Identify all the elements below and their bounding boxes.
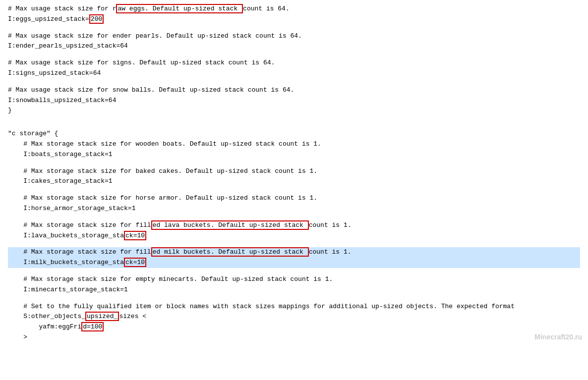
code-line: } xyxy=(8,106,580,116)
code-line: I:signs_upsized_stack=64 xyxy=(8,68,580,79)
code-line xyxy=(8,268,580,274)
code-line: > xyxy=(8,332,580,343)
code-line: I:ender_pearls_upsized_stack=64 xyxy=(8,41,580,52)
code-line: I:horse_armor_storage_stack=1 xyxy=(8,204,580,214)
code-line: # Max usage stack size for signs. Defaul… xyxy=(8,58,580,68)
code-line: yafm:eggFrid=100 xyxy=(8,322,580,332)
code-line xyxy=(8,187,580,193)
code-line: # Max storage stack size for empty minec… xyxy=(8,274,580,285)
code-line: # Max storage stack size for wooden boat… xyxy=(8,139,580,150)
code-line: I:snowballs_upsized_stack=64 xyxy=(8,96,580,106)
code-line: # Max storage stack size for filled lava… xyxy=(8,220,580,231)
code-line xyxy=(8,122,580,129)
code-line: # Max usage stack size for raw eggs. Def… xyxy=(8,4,580,14)
code-line xyxy=(8,116,580,122)
code-line: # Max usage stack size for ender pearls.… xyxy=(8,31,580,42)
code-line xyxy=(8,79,580,85)
code-line: # Max usage stack size for snow balls. D… xyxy=(8,85,580,96)
code-line: S:other_objects_upsized_sizes < xyxy=(8,312,580,322)
code-line: I:lava_buckets_storage_stack=10 xyxy=(8,231,580,241)
code-line: # Max storage stack size for horse armor… xyxy=(8,193,580,204)
code-line: # Set to the fully qualified item or blo… xyxy=(8,302,580,312)
code-line xyxy=(8,214,580,220)
watermark-text: Minecraft20.ru xyxy=(534,331,582,342)
code-line: # Max storage stack size for baked cakes… xyxy=(8,166,580,177)
code-editor: # Max usage stack size for raw eggs. Def… xyxy=(0,0,588,347)
code-line: # Max storage stack size for filled milk… xyxy=(8,247,580,258)
code-line: I:cakes_storage_stack=1 xyxy=(8,176,580,187)
code-line: I:milk_buckets_storage_stack=10 xyxy=(8,258,580,268)
code-line xyxy=(8,160,580,166)
code-line: I:eggs_upsized_stack=200 xyxy=(8,14,580,25)
code-line xyxy=(8,52,580,58)
code-line xyxy=(8,25,580,31)
code-line xyxy=(8,295,580,302)
code-line: I:boats_storage_stack=1 xyxy=(8,150,580,160)
code-line: I:minecarts_storage_stack=1 xyxy=(8,285,580,295)
code-line xyxy=(8,241,580,247)
code-line: "c storage" { xyxy=(8,129,580,139)
